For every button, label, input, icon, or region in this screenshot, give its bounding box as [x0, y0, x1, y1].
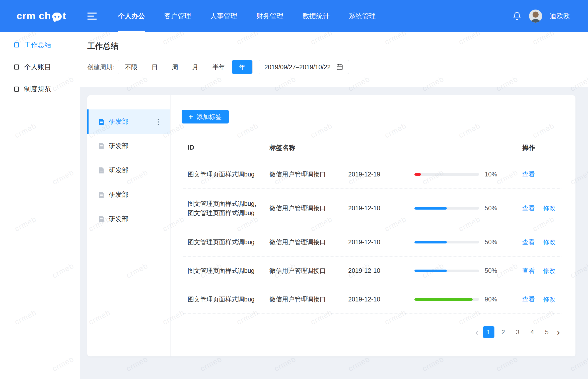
sidebar: 工作总结 个人账目 制度规范 [0, 32, 80, 379]
table-header: ID 标签名称 操作 [182, 135, 561, 160]
table-row: 图文管理页面样式调bug 微信用户管理调接口 2019-12-10 50% 查看 [182, 257, 561, 285]
nav-item-data-statistics[interactable]: 数据统计 [293, 0, 339, 32]
period-option-month[interactable]: 月 [185, 60, 205, 74]
progress-percent: 90% [485, 296, 522, 303]
plus-icon: + [189, 113, 193, 120]
row-actions: 查看 修改 [522, 267, 561, 275]
logo-text-prefix: crm ch [17, 10, 51, 22]
action-divider [539, 205, 539, 212]
row-actions: 查看 [522, 170, 561, 178]
task-date: 2019-12-19 [348, 171, 414, 178]
task-name: 图文管理页面样式调bug [188, 295, 269, 304]
nav-item-personal-office[interactable]: 个人办公 [108, 0, 155, 32]
tag-table: ID 标签名称 操作 图文管理页面样式调bug 微信用户管理调接口 2019-1… [182, 135, 561, 314]
header-right: 迪欧欧 [512, 10, 588, 23]
progress-fill [414, 173, 421, 176]
user-avatar[interactable] [529, 10, 542, 23]
progress-percent: 50% [485, 267, 522, 274]
sidebar-item-work-summary[interactable]: 工作总结 [0, 34, 80, 56]
rules-icon [14, 87, 19, 92]
top-nav: 个人办公 客户管理 人事管理 财务管理 数据统计 系统管理 [108, 0, 385, 32]
add-tag-button[interactable]: + 添加标签 [182, 110, 229, 123]
pagination-prev-button[interactable]: ‹ [474, 328, 480, 336]
table-row: 图文管理页面样式调bug 微信用户管理调接口 2019-12-10 90% 查看 [182, 285, 561, 314]
period-option-week[interactable]: 周 [165, 60, 185, 74]
task-date: 2019-12-10 [348, 205, 414, 212]
period-option-day[interactable]: 日 [144, 60, 165, 74]
department-panel: 研发部 ⋮ 研发部 研发部 [87, 95, 171, 356]
progress-track [414, 270, 479, 272]
pagination-page-5[interactable]: 5 [541, 326, 553, 338]
progress-track [414, 241, 479, 243]
user-name[interactable]: 迪欧欧 [550, 12, 570, 21]
row-actions: 查看 修改 [522, 204, 561, 212]
page-header-band: 工作总结 创建周期: 不限 日 周 月 半年 年 2019/09/27–2019… [80, 32, 588, 87]
dept-item[interactable]: 研发部 [87, 207, 170, 231]
pagination-page-1[interactable]: 1 [483, 326, 494, 338]
table-row: 图文管理页面样式调bug, 图文管理页面样式调bug 微信用户管理调接口 201… [182, 189, 561, 228]
filter-row: 创建周期: 不限 日 周 月 半年 年 2019/09/27–2019/10/2… [87, 60, 578, 74]
progress-fill [414, 241, 447, 243]
dept-label: 研发部 [109, 190, 128, 199]
more-actions-icon[interactable]: ⋮ [153, 117, 164, 127]
document-icon [98, 216, 104, 222]
progress-percent: 50% [485, 238, 522, 246]
collapse-menu-icon[interactable] [87, 11, 97, 22]
period-option-unlimited[interactable]: 不限 [118, 60, 144, 74]
sidebar-item-rules[interactable]: 制度规范 [0, 78, 80, 100]
pagination-next-button[interactable]: › [556, 328, 561, 336]
pagination-page-2[interactable]: 2 [497, 326, 509, 338]
view-link[interactable]: 查看 [522, 204, 535, 212]
period-option-year[interactable]: 年 [232, 60, 252, 74]
notification-bell-icon[interactable] [512, 12, 522, 21]
pagination-page-3[interactable]: 3 [512, 326, 524, 338]
edit-link[interactable]: 修改 [543, 238, 556, 246]
progress-percent: 10% [485, 171, 522, 178]
date-range-input[interactable]: 2019/09/27–2019/10/22 [259, 60, 349, 74]
dept-item[interactable]: 研发部 [87, 158, 170, 182]
logo: crm ch t [0, 10, 80, 22]
sidebar-item-personal-account[interactable]: 个人账目 [0, 56, 80, 78]
table-area: + 添加标签 ID 标签名称 操作 图文管理页面 [171, 95, 575, 356]
nav-item-finance-management[interactable]: 财务管理 [247, 0, 293, 32]
view-link[interactable]: 查看 [522, 170, 535, 178]
edit-link[interactable]: 修改 [543, 267, 556, 275]
task-date: 2019-12-10 [348, 267, 414, 274]
period-option-half-year[interactable]: 半年 [205, 60, 232, 74]
sidebar-item-label: 工作总结 [24, 40, 51, 49]
dept-label: 研发部 [109, 215, 128, 223]
edit-link[interactable]: 修改 [543, 295, 556, 303]
nav-item-customer-management[interactable]: 客户管理 [155, 0, 201, 32]
work-summary-icon [14, 42, 19, 47]
view-link[interactable]: 查看 [522, 267, 535, 275]
tag-name: 微信用户管理调接口 [269, 267, 348, 275]
progress-fill [414, 270, 447, 272]
progress-fill [414, 207, 447, 210]
progress-track [414, 207, 479, 210]
tag-name: 微信用户管理调接口 [269, 238, 348, 246]
progress-bar [414, 173, 485, 176]
sidebar-item-label: 个人账目 [24, 62, 51, 72]
document-icon [98, 118, 104, 125]
progress-fill [414, 298, 473, 301]
content-area: 研发部 ⋮ 研发部 研发部 [80, 87, 588, 379]
view-link[interactable]: 查看 [522, 295, 535, 303]
dept-item[interactable]: 研发部 [87, 134, 170, 158]
view-link[interactable]: 查看 [522, 238, 535, 246]
page-title: 工作总结 [87, 41, 578, 51]
nav-item-hr-management[interactable]: 人事管理 [201, 0, 247, 32]
dept-item[interactable]: 研发部 ⋮ [87, 109, 170, 134]
progress-bar [414, 241, 485, 243]
date-range-value: 2019/09/27–2019/10/22 [264, 64, 331, 71]
pagination-page-4[interactable]: 4 [527, 326, 538, 338]
dept-label: 研发部 [109, 166, 128, 175]
table-row: 图文管理页面样式调bug 微信用户管理调接口 2019-12-10 50% 查看 [182, 228, 561, 257]
nav-item-system-management[interactable]: 系统管理 [339, 0, 385, 32]
header-tag-name: 标签名称 [269, 143, 348, 152]
dept-item[interactable]: 研发部 [87, 182, 170, 207]
task-name: 图文管理页面样式调bug, 图文管理页面样式调bug [188, 199, 269, 217]
document-icon [98, 167, 104, 174]
tag-name: 微信用户管理调接口 [269, 204, 348, 212]
edit-link[interactable]: 修改 [543, 204, 556, 212]
pagination: ‹ 1 2 3 4 5 › [182, 326, 561, 338]
